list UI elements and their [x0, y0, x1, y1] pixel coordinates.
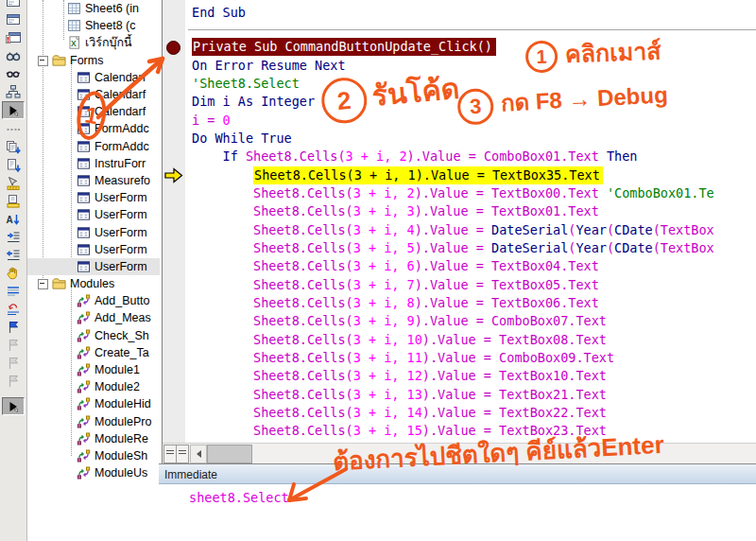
copy-module-icon[interactable] — [3, 139, 24, 155]
project-explorer[interactable]: Sheet6 (inSheet8 (cXเวิร์กบุ๊กนี้FormsCa… — [27, 0, 160, 541]
call-stack-icon[interactable] — [3, 83, 24, 99]
import-file-icon[interactable] — [3, 157, 24, 173]
tree-item-label: UserForm — [94, 191, 147, 204]
run-macro-icon[interactable] — [2, 101, 25, 119]
object-browser-icon[interactable] — [3, 47, 24, 63]
tree-item-instruforr[interactable]: InstruForr — [27, 155, 160, 172]
tree-item-label: InstruForr — [94, 157, 146, 170]
module-icon — [77, 449, 92, 462]
tree-item-add-butto[interactable]: Add_Butto — [27, 292, 160, 309]
collapse-expander-icon[interactable] — [38, 56, 48, 66]
form-icon — [77, 243, 92, 256]
tree-item-add-meas[interactable]: Add_Meas — [27, 309, 160, 326]
list-constants-icon[interactable] — [3, 283, 24, 299]
indent-icon[interactable] — [3, 229, 24, 245]
bookmark-prev-icon[interactable] — [3, 355, 24, 371]
tree-item-label: ModuleHid — [94, 397, 151, 410]
view-definition-icon[interactable] — [3, 65, 24, 81]
resume-run-icon[interactable] — [2, 397, 25, 415]
code-line: On Error Resume Next — [192, 57, 756, 75]
folder-icon — [52, 277, 67, 290]
tree-item-modulere[interactable]: ModuleRe — [27, 430, 160, 447]
code-line: Sheet8.Cells(3 + i, 14).Value = TextBox2… — [192, 404, 756, 422]
sheet-icon — [67, 2, 82, 15]
current-statement-text: Sheet8.Cells(3 + i, 1).Value = TextBox35… — [253, 166, 603, 184]
tree-item--[interactable]: Xเวิร์กบุ๊กนี้ — [27, 34, 160, 51]
scroll-left-button[interactable] — [190, 445, 207, 463]
tree-item-label: UserForm — [94, 208, 147, 221]
tree-item-sheet8-c[interactable]: Sheet8 (c — [27, 17, 160, 34]
breakpoint-line-text: Private Sub CommandButtonUpdate_Click() — [192, 38, 496, 56]
stamp-icon[interactable] — [3, 193, 24, 209]
immediate-command-text: sheet8.Select — [189, 490, 289, 505]
collapse-expander-icon[interactable] — [38, 279, 48, 289]
code-line: Sheet8.Cells(3 + i, 1).Value = TextBox35… — [192, 166, 756, 184]
bookmark-next-icon[interactable] — [3, 337, 24, 353]
properties-window-icon[interactable] — [3, 29, 24, 45]
separator-dots-icon — [3, 121, 24, 137]
code-window-icon[interactable] — [3, 0, 24, 9]
code-line: Sheet8.Cells(3 + i, 9).Value = ComboBox0… — [192, 312, 756, 330]
code-line: Sheet8.Cells(3 + i, 7).Value = TextBox05… — [192, 276, 756, 294]
breakpoint-margin[interactable] — [163, 0, 187, 443]
outdent-icon[interactable] — [3, 247, 24, 263]
module-icon — [77, 346, 92, 359]
comment-block-icon[interactable] — [3, 265, 24, 281]
tree-item-formaddc[interactable]: FormAddc — [27, 138, 160, 155]
tree-item-userform[interactable]: UserForm — [27, 206, 160, 223]
tree-item-module1[interactable]: Module1 — [27, 361, 160, 378]
tree-item-modulepro[interactable]: ModulePro — [27, 413, 160, 430]
breakpoint-dot[interactable] — [166, 41, 180, 55]
workbook-icon: X — [67, 36, 82, 49]
tree-item-sheet6-in[interactable]: Sheet6 (in — [27, 0, 160, 17]
module-icon — [77, 397, 92, 410]
tree-item-modulesh[interactable]: ModuleSh — [27, 447, 160, 464]
tree-item-label: UserForm — [94, 243, 147, 256]
object-window-icon[interactable] — [3, 11, 24, 27]
scrollbar-thumb[interactable] — [207, 445, 252, 463]
tree-item-measurefo[interactable]: Measurefo — [27, 172, 160, 189]
module-icon — [77, 294, 92, 307]
folder-icon — [52, 54, 67, 67]
tree-item-label: Sheet8 (c — [85, 19, 136, 32]
tree-item-module2[interactable]: Module2 — [27, 378, 160, 395]
undo-icon[interactable] — [3, 301, 24, 317]
sort-az-icon[interactable]: A — [3, 211, 24, 227]
form-icon — [77, 174, 92, 187]
module-icon — [77, 380, 92, 393]
tree-item-userform[interactable]: UserForm — [27, 223, 160, 240]
code-line: Sheet8.Cells(3 + i, 11).Value = ComboBox… — [192, 349, 756, 367]
tree-item-label: Modules — [70, 277, 114, 290]
tree-item-forms[interactable]: Forms — [27, 52, 160, 69]
form-icon — [77, 157, 92, 170]
tree-item-calendarf[interactable]: Calendarf — [27, 69, 160, 86]
design-mode-icon[interactable] — [3, 175, 24, 191]
tree-item-modulehid[interactable]: ModuleHid — [27, 395, 160, 412]
tree-item-moduleus[interactable]: ModuleUs — [27, 464, 160, 481]
svg-text:A: A — [7, 214, 13, 224]
edit-toolbar: A — [0, 0, 27, 541]
tree-item-label: Add_Butto — [94, 294, 149, 307]
code-line: Private Sub CommandButtonUpdate_Click() — [192, 38, 756, 56]
tree-item-create-ta[interactable]: Create_Ta — [27, 344, 160, 361]
full-module-view-button[interactable] — [176, 445, 189, 463]
tree-item-label: Create_Ta — [94, 346, 149, 359]
code-editor[interactable]: End SubPrivate Sub CommandButtonUpdate_C… — [188, 0, 756, 446]
module-icon — [77, 329, 92, 342]
left-arrow-icon — [197, 450, 201, 458]
tree-item-label: ModuleRe — [94, 432, 148, 445]
tree-item-label: ModuleUs — [94, 466, 147, 480]
form-icon — [77, 140, 92, 153]
immediate-input-area[interactable]: sheet8.Select — [159, 484, 756, 541]
code-window: End SubPrivate Sub CommandButtonUpdate_C… — [162, 0, 756, 463]
procedure-view-button[interactable] — [163, 445, 177, 463]
bookmark-toggle-icon[interactable] — [3, 319, 24, 335]
tree-item-userform[interactable]: UserForm — [27, 189, 160, 206]
tree-item-userform[interactable]: UserForm — [27, 241, 160, 258]
form-icon — [77, 260, 92, 273]
tree-item-modules[interactable]: Modules — [27, 275, 160, 292]
tree-item-userform[interactable]: UserForm — [27, 258, 160, 275]
code-line: Sheet8.Cells(3 + i, 6).Value = TextBox04… — [192, 257, 756, 275]
bookmark-clear-icon[interactable] — [3, 373, 24, 389]
tree-item-check-sh[interactable]: Check_Sh — [27, 327, 160, 344]
